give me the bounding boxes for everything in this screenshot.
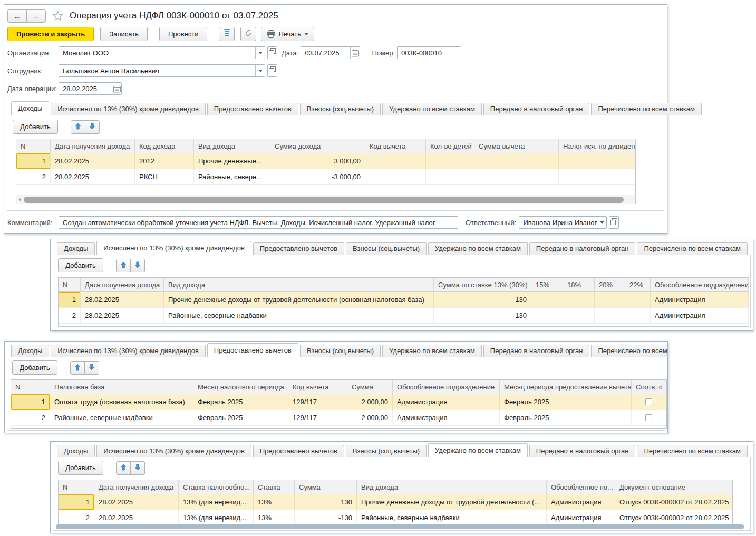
cell[interactable]: 13% (для нерезид... — [179, 494, 254, 510]
cell[interactable]: Администрация — [651, 308, 749, 323]
table-row[interactable]: 1 28.02.2025 2012 Прочие денежные... 3 0… — [16, 153, 635, 169]
table-row[interactable]: 2 28.02.2025 Районные, северные надбавки… — [59, 308, 749, 324]
cell[interactable]: -130 — [434, 308, 531, 323]
cell[interactable]: Администрация — [393, 394, 500, 410]
attachments-button[interactable] — [240, 27, 256, 41]
move-down-button[interactable] — [85, 120, 100, 134]
cell[interactable]: -2 000,00 — [347, 410, 393, 425]
chevron-down-icon[interactable] — [255, 65, 265, 76]
scrollbar-thumb[interactable] — [24, 197, 624, 203]
table-row[interactable]: 2 Районные, северные надбавки Февраль 20… — [11, 410, 666, 426]
table-row[interactable]: 1 28.02.2025 Прочие денежные доходы от т… — [59, 292, 749, 308]
tab-deductions[interactable]: Предоставлено вычетов — [253, 445, 344, 457]
match-checkbox[interactable] — [645, 398, 652, 405]
cell[interactable] — [474, 153, 559, 169]
cell[interactable]: 1 — [16, 153, 51, 169]
cell[interactable]: 2 — [16, 169, 51, 184]
cell[interactable]: Администрация — [651, 292, 749, 307]
cell[interactable] — [563, 308, 595, 323]
tab-calculated-13[interactable]: Исчислено по 13% (30%) кроме дивидендов — [96, 241, 251, 255]
employee-open-button[interactable] — [267, 64, 277, 77]
tab-withheld[interactable]: Удержано по всем ставкам — [428, 242, 528, 255]
tab-contributions[interactable]: Взносы (соц.вычеты) — [346, 242, 427, 255]
cell[interactable]: -130 — [295, 510, 357, 525]
cell[interactable]: 2 — [11, 410, 50, 425]
cell[interactable] — [595, 308, 625, 323]
cell[interactable]: 129/117 — [288, 410, 347, 425]
cell[interactable]: Районные, северн... — [194, 169, 270, 184]
tab-transferred-to-tax[interactable]: Передано в налоговый орган — [529, 445, 636, 457]
cell[interactable] — [559, 169, 635, 184]
number-value[interactable]: 003К-000010 — [398, 49, 461, 57]
cell[interactable]: Отпуск 003К-000002 от 28.02.2025 — [615, 510, 732, 525]
tab-calculated-13[interactable]: Исчислено по 13% (30%) кроме дивидендов — [96, 445, 251, 457]
cell[interactable]: 1 — [59, 292, 81, 307]
move-down-button[interactable] — [84, 361, 99, 375]
cell[interactable]: Февраль 2025 — [500, 394, 632, 410]
tab-incomes[interactable]: Доходы — [57, 445, 95, 457]
operation-date-value[interactable]: 28.02.2025 — [59, 85, 112, 93]
organization-value[interactable]: Монолит ООО — [59, 49, 255, 57]
cell[interactable] — [365, 153, 426, 169]
cell[interactable]: 3 000,00 — [270, 153, 365, 169]
cell[interactable]: 28.02.2025 — [94, 510, 179, 525]
tab-withheld[interactable]: Удержано по всем ставкам — [382, 345, 482, 357]
organization-combo[interactable]: Монолит ООО — [59, 46, 265, 59]
chevron-down-icon[interactable] — [597, 217, 606, 228]
calendar-icon[interactable] — [112, 83, 121, 94]
add-row-button[interactable]: Добавить — [12, 360, 57, 375]
favorite-star-icon[interactable] — [52, 11, 63, 21]
add-row-button[interactable]: Добавить — [13, 120, 58, 134]
tab-incomes[interactable]: Доходы — [57, 242, 95, 255]
tab-remitted[interactable]: Перечислено по всем ставкам — [591, 103, 701, 115]
cell[interactable]: Отпуск 003К-000002 от 28.02.2025 — [615, 494, 732, 510]
tab-remitted[interactable]: Перечислено по всем ставкам — [591, 345, 668, 357]
cell[interactable]: Февраль 2025 — [193, 394, 288, 410]
move-down-button[interactable] — [130, 259, 145, 272]
tab-calculated-13[interactable]: Исчислено по 13% (30%) кроме дивидендов — [51, 345, 206, 357]
comment-input[interactable]: Создан автоматически обработкой уточнени… — [59, 216, 458, 229]
add-row-button[interactable]: Добавить — [58, 258, 103, 272]
print-button[interactable]: Печать — [261, 27, 314, 41]
scroll-left-icon[interactable] — [18, 198, 21, 202]
horizontal-scrollbar[interactable] — [16, 195, 635, 204]
cell[interactable]: РКСН — [135, 169, 194, 184]
cell[interactable]: 130 — [295, 494, 357, 510]
cell[interactable]: Прочие денежные доходы от трудовой деяте… — [164, 292, 434, 307]
cell[interactable]: 28.02.2025 — [51, 153, 135, 169]
tab-transferred-to-tax[interactable]: Передано в налоговый орган — [483, 103, 590, 115]
cell[interactable]: Районные, северные надбавки — [357, 510, 547, 525]
cell[interactable]: Администрация — [393, 410, 500, 425]
cell[interactable]: Прочие денежные доходы от трудовой деяте… — [357, 494, 547, 510]
table-row[interactable]: 2 28.02.2025 13% (для нерезид... 13% -13… — [59, 510, 732, 526]
cell[interactable]: 28.02.2025 — [81, 292, 164, 307]
back-button[interactable]: ← — [7, 9, 27, 23]
cell[interactable] — [563, 292, 595, 307]
tab-deductions[interactable]: Предоставлено вычетов — [253, 242, 344, 255]
tab-contributions[interactable]: Взносы (соц.вычеты) — [300, 345, 381, 357]
cell[interactable] — [531, 292, 563, 307]
table-row[interactable]: 1 Оплата труда (основная налоговая база)… — [11, 394, 666, 410]
cell[interactable]: 13% — [254, 510, 295, 525]
cell[interactable]: 2 000,00 — [347, 394, 393, 410]
cell[interactable]: 2 — [59, 308, 81, 323]
cell[interactable]: Районные, северные надбавки — [50, 410, 193, 425]
organization-open-button[interactable] — [267, 46, 277, 59]
operation-date-input[interactable]: 28.02.2025 — [59, 82, 122, 95]
date-value[interactable]: 03.07.2025 — [301, 49, 350, 57]
cell[interactable]: 13% — [254, 494, 295, 510]
tab-deductions[interactable]: Предоставлено вычетов — [207, 343, 298, 357]
cell[interactable]: 129/117 — [288, 394, 347, 410]
cell[interactable]: 28.02.2025 — [94, 494, 179, 510]
horizontal-scrollbar[interactable] — [56, 524, 744, 529]
cell[interactable]: 13% (для нерезид... — [179, 510, 254, 525]
cell[interactable]: Февраль 2025 — [500, 410, 632, 425]
number-input[interactable]: 003К-000010 — [397, 46, 461, 59]
tab-withheld[interactable]: Удержано по всем ставкам — [428, 443, 528, 457]
cell[interactable]: Прочие денежные... — [194, 153, 270, 169]
date-input[interactable]: 03.07.2025 — [301, 46, 360, 59]
cell[interactable]: 2012 — [135, 153, 194, 169]
move-down-button[interactable] — [130, 461, 145, 475]
move-up-button[interactable] — [70, 361, 85, 375]
cell[interactable] — [625, 308, 651, 323]
